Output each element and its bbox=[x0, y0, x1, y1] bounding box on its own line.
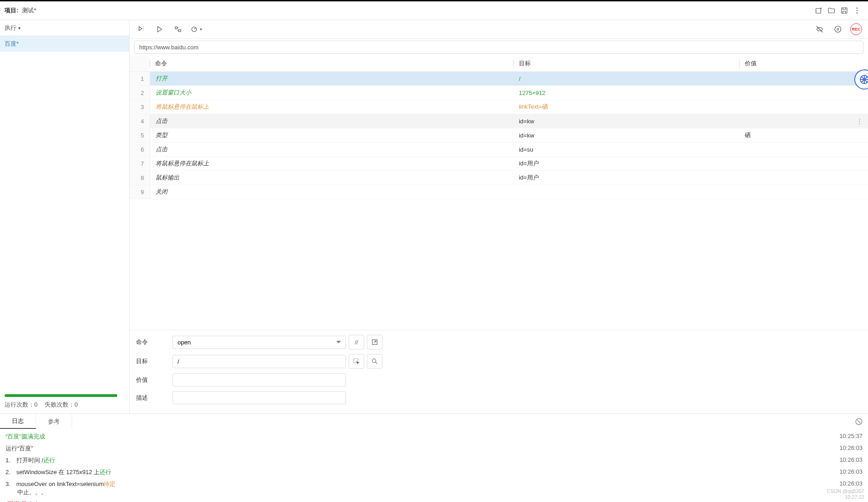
log-line: “百度”圆满完成10:25:37 bbox=[0, 431, 868, 443]
target-input[interactable] bbox=[173, 355, 346, 368]
save-icon[interactable] bbox=[838, 4, 851, 17]
run-all-icon[interactable] bbox=[134, 23, 149, 36]
col-value[interactable]: 价值 bbox=[739, 56, 868, 72]
pause-icon[interactable] bbox=[831, 23, 845, 36]
command-select[interactable]: open bbox=[173, 336, 346, 349]
editor-desc-label: 描述 bbox=[136, 394, 173, 402]
steps-table: 命令 目标 价值 1打开/2设置窗口大小1275×9123将鼠标悬停在鼠标上li… bbox=[130, 56, 868, 199]
col-command[interactable]: 命令 bbox=[150, 56, 513, 72]
toggle-comment-button[interactable]: // bbox=[349, 335, 364, 349]
table-row[interactable]: 4点击id=kw⋮ bbox=[130, 114, 868, 128]
watermark: CSDN @qq5207 10:27:22 bbox=[827, 488, 864, 500]
log-line: 3. mouseOver on linkText=selenium待定中止。。。… bbox=[0, 478, 868, 498]
table-row[interactable]: 5类型id=kw硒 bbox=[130, 128, 868, 143]
clear-log-icon[interactable] bbox=[850, 417, 868, 426]
description-input[interactable] bbox=[173, 391, 346, 404]
col-target[interactable]: 目标 bbox=[513, 56, 739, 72]
value-input[interactable] bbox=[173, 373, 346, 386]
table-row[interactable]: 7将鼠标悬停在鼠标上id=用户 bbox=[130, 157, 868, 171]
chevron-down-icon: ▾ bbox=[18, 26, 21, 31]
find-target-button[interactable] bbox=[367, 354, 382, 369]
test-item[interactable]: 百度* bbox=[0, 36, 129, 52]
log-panel: “百度”圆满完成10:25:37运行“百度”10:26:031. 打开时间 /还… bbox=[0, 429, 868, 502]
editor-target-label: 目标 bbox=[136, 357, 173, 365]
svg-rect-0 bbox=[816, 9, 821, 14]
more-menu-icon[interactable] bbox=[851, 4, 863, 17]
svg-marker-6 bbox=[158, 26, 162, 32]
disable-breakpoints-icon[interactable] bbox=[812, 23, 827, 36]
command-editor: 命令 open // 目标 价值 描述 bbox=[130, 330, 868, 413]
svg-rect-1 bbox=[842, 8, 847, 13]
speed-icon[interactable]: ▾ bbox=[189, 23, 204, 36]
svg-point-11 bbox=[835, 26, 841, 32]
main-panel: ▾ REC 命令 目标 价值 1打开/2设置窗口大小1275×9123将 bbox=[130, 20, 868, 413]
log-line: “百度”已中止 bbox=[0, 498, 868, 502]
new-project-icon[interactable] bbox=[812, 4, 825, 17]
bottom-tabs: 日志 参考 bbox=[0, 413, 868, 429]
tab-log[interactable]: 日志 bbox=[0, 414, 36, 429]
open-folder-icon[interactable] bbox=[825, 4, 838, 17]
svg-rect-8 bbox=[179, 30, 181, 32]
base-url-input[interactable] bbox=[134, 41, 863, 54]
project-name: 测试* bbox=[22, 6, 36, 15]
log-line: 运行“百度”10:26:03 bbox=[0, 443, 868, 454]
open-reference-button[interactable] bbox=[367, 335, 382, 349]
svg-point-4 bbox=[857, 12, 858, 13]
table-row[interactable]: 2设置窗口大小1275×912 bbox=[130, 86, 868, 100]
progress-bar bbox=[0, 394, 129, 401]
svg-rect-7 bbox=[175, 27, 178, 29]
editor-cmd-label: 命令 bbox=[136, 338, 173, 346]
table-row[interactable]: 1打开/ bbox=[130, 72, 868, 86]
run-counts: 运行次数：0 失败次数：0 bbox=[0, 401, 129, 413]
run-icon[interactable] bbox=[152, 23, 167, 36]
svg-marker-5 bbox=[139, 26, 142, 31]
table-row[interactable]: 9关闭 bbox=[130, 185, 868, 199]
exec-dropdown[interactable]: 执行 ▾ bbox=[0, 20, 129, 36]
svg-point-3 bbox=[857, 10, 858, 11]
record-button[interactable]: REC bbox=[849, 23, 863, 36]
tab-reference[interactable]: 参考 bbox=[36, 414, 72, 429]
select-target-button[interactable] bbox=[349, 354, 364, 369]
project-label: 项目: bbox=[5, 6, 18, 15]
titlebar: 项目: 测试* bbox=[0, 1, 868, 20]
log-line: 1. 打开时间 /还行10:26:03 bbox=[0, 454, 868, 466]
toolbar: ▾ REC bbox=[130, 20, 868, 39]
svg-point-15 bbox=[372, 359, 376, 363]
svg-point-2 bbox=[857, 8, 858, 9]
table-row[interactable]: 3将鼠标悬停在鼠标上linkText=硒 bbox=[130, 100, 868, 114]
sidebar: 执行 ▾ 百度* 运行次数：0 失败次数：0 bbox=[0, 20, 130, 413]
step-icon[interactable] bbox=[171, 23, 185, 36]
log-line: 2. setWindowSize 在 1275x912 上还行10:26:03 bbox=[0, 466, 868, 478]
row-more-icon[interactable]: ⋮ bbox=[857, 118, 863, 125]
editor-value-label: 价值 bbox=[136, 376, 173, 384]
table-row[interactable]: 8鼠标输出id=用户 bbox=[130, 171, 868, 185]
table-row[interactable]: 6点击id=su bbox=[130, 143, 868, 157]
